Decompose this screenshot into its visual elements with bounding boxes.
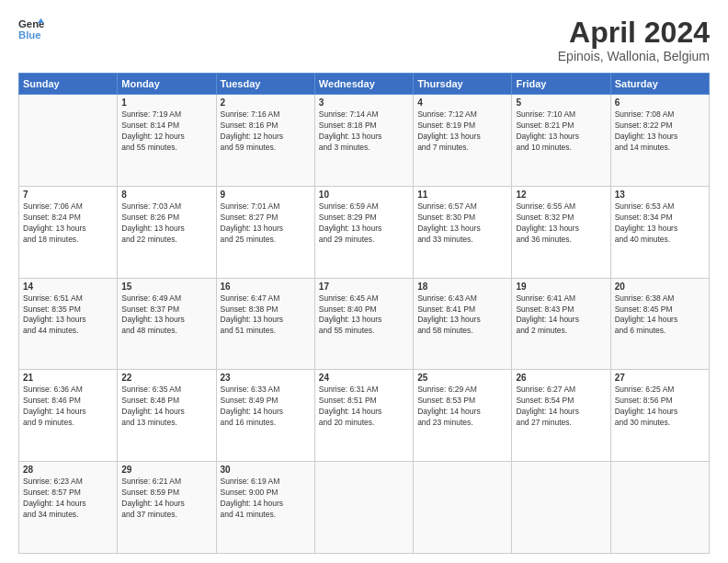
- day-info: Sunrise: 6:51 AM Sunset: 8:35 PM Dayligh…: [23, 293, 113, 338]
- title-block: April 2024 Epinois, Wallonia, Belgium: [558, 17, 710, 63]
- subtitle: Epinois, Wallonia, Belgium: [558, 49, 710, 63]
- table-row: 20Sunrise: 6:38 AM Sunset: 8:45 PM Dayli…: [610, 278, 709, 370]
- table-row: [610, 462, 709, 554]
- table-row: 5Sunrise: 7:10 AM Sunset: 8:21 PM Daylig…: [512, 95, 610, 187]
- col-friday: Friday: [512, 74, 610, 95]
- col-wednesday: Wednesday: [314, 74, 413, 95]
- day-number: 27: [615, 373, 705, 383]
- table-row: 15Sunrise: 6:49 AM Sunset: 8:37 PM Dayli…: [118, 278, 216, 370]
- day-number: 1: [121, 98, 211, 108]
- week-row-2: 7Sunrise: 7:06 AM Sunset: 8:24 PM Daylig…: [19, 186, 710, 278]
- day-number: 15: [121, 282, 211, 292]
- day-info: Sunrise: 6:33 AM Sunset: 8:49 PM Dayligh…: [221, 385, 311, 429]
- day-number: 2: [221, 98, 311, 108]
- col-sunday: Sunday: [19, 74, 118, 95]
- day-number: 19: [516, 282, 606, 292]
- calendar-table: Sunday Monday Tuesday Wednesday Thursday…: [18, 73, 710, 554]
- week-row-1: 1Sunrise: 7:19 AM Sunset: 8:14 PM Daylig…: [19, 95, 710, 187]
- day-number: 29: [121, 465, 211, 475]
- day-info: Sunrise: 6:45 AM Sunset: 8:40 PM Dayligh…: [319, 293, 409, 338]
- logo-icon: General Blue: [18, 17, 44, 42]
- day-number: 5: [516, 98, 606, 108]
- table-row: [314, 462, 413, 554]
- day-number: 17: [319, 282, 409, 292]
- main-title: April 2024: [558, 17, 710, 49]
- table-row: 30Sunrise: 6:19 AM Sunset: 9:00 PM Dayli…: [216, 462, 314, 554]
- day-number: 18: [417, 282, 507, 292]
- table-row: [414, 462, 512, 554]
- day-number: 6: [615, 98, 705, 108]
- svg-text:Blue: Blue: [18, 29, 41, 40]
- day-info: Sunrise: 6:31 AM Sunset: 8:51 PM Dayligh…: [319, 385, 409, 429]
- day-number: 4: [417, 98, 507, 108]
- day-info: Sunrise: 7:12 AM Sunset: 8:19 PM Dayligh…: [417, 109, 507, 154]
- col-saturday: Saturday: [610, 74, 709, 95]
- week-row-3: 14Sunrise: 6:51 AM Sunset: 8:35 PM Dayli…: [19, 278, 710, 370]
- col-thursday: Thursday: [414, 74, 512, 95]
- week-row-4: 21Sunrise: 6:36 AM Sunset: 8:46 PM Dayli…: [19, 370, 710, 462]
- page: General Blue April 2024 Epinois, Walloni…: [0, 0, 728, 563]
- table-row: 12Sunrise: 6:55 AM Sunset: 8:32 PM Dayli…: [512, 186, 610, 278]
- table-row: 26Sunrise: 6:27 AM Sunset: 8:54 PM Dayli…: [512, 370, 610, 462]
- day-info: Sunrise: 6:23 AM Sunset: 8:57 PM Dayligh…: [23, 477, 113, 521]
- day-number: 3: [319, 98, 409, 108]
- day-info: Sunrise: 7:10 AM Sunset: 8:21 PM Dayligh…: [516, 109, 606, 154]
- day-info: Sunrise: 7:14 AM Sunset: 8:18 PM Dayligh…: [319, 109, 409, 154]
- day-number: 8: [121, 190, 211, 200]
- day-number: 30: [221, 465, 311, 475]
- table-row: 6Sunrise: 7:08 AM Sunset: 8:22 PM Daylig…: [610, 95, 709, 187]
- day-number: 25: [417, 373, 507, 383]
- table-row: 27Sunrise: 6:25 AM Sunset: 8:56 PM Dayli…: [610, 370, 709, 462]
- day-number: 14: [23, 282, 113, 292]
- logo: General Blue: [18, 17, 44, 42]
- table-row: 23Sunrise: 6:33 AM Sunset: 8:49 PM Dayli…: [216, 370, 314, 462]
- table-row: 9Sunrise: 7:01 AM Sunset: 8:27 PM Daylig…: [216, 186, 314, 278]
- day-number: 23: [221, 373, 311, 383]
- table-row: 22Sunrise: 6:35 AM Sunset: 8:48 PM Dayli…: [118, 370, 216, 462]
- table-row: 28Sunrise: 6:23 AM Sunset: 8:57 PM Dayli…: [19, 462, 118, 554]
- day-number: 9: [221, 190, 311, 200]
- day-info: Sunrise: 6:36 AM Sunset: 8:46 PM Dayligh…: [23, 385, 113, 429]
- header-row: Sunday Monday Tuesday Wednesday Thursday…: [19, 74, 710, 95]
- day-info: Sunrise: 7:16 AM Sunset: 8:16 PM Dayligh…: [221, 109, 311, 154]
- day-info: Sunrise: 6:57 AM Sunset: 8:30 PM Dayligh…: [417, 201, 507, 246]
- table-row: 8Sunrise: 7:03 AM Sunset: 8:26 PM Daylig…: [118, 186, 216, 278]
- table-row: 1Sunrise: 7:19 AM Sunset: 8:14 PM Daylig…: [118, 95, 216, 187]
- table-row: 13Sunrise: 6:53 AM Sunset: 8:34 PM Dayli…: [610, 186, 709, 278]
- day-number: 13: [615, 190, 705, 200]
- day-info: Sunrise: 6:19 AM Sunset: 9:00 PM Dayligh…: [221, 477, 311, 521]
- day-info: Sunrise: 6:38 AM Sunset: 8:45 PM Dayligh…: [615, 293, 705, 338]
- day-number: 12: [516, 190, 606, 200]
- day-info: Sunrise: 6:25 AM Sunset: 8:56 PM Dayligh…: [615, 385, 705, 429]
- table-row: 14Sunrise: 6:51 AM Sunset: 8:35 PM Dayli…: [19, 278, 118, 370]
- table-row: 29Sunrise: 6:21 AM Sunset: 8:59 PM Dayli…: [118, 462, 216, 554]
- day-info: Sunrise: 6:49 AM Sunset: 8:37 PM Dayligh…: [121, 293, 211, 338]
- col-monday: Monday: [118, 74, 216, 95]
- day-info: Sunrise: 7:01 AM Sunset: 8:27 PM Dayligh…: [221, 201, 311, 246]
- day-info: Sunrise: 6:35 AM Sunset: 8:48 PM Dayligh…: [121, 385, 211, 429]
- day-number: 22: [121, 373, 211, 383]
- day-info: Sunrise: 6:41 AM Sunset: 8:43 PM Dayligh…: [516, 293, 606, 338]
- day-number: 21: [23, 373, 113, 383]
- header: General Blue April 2024 Epinois, Walloni…: [18, 17, 710, 63]
- day-info: Sunrise: 6:59 AM Sunset: 8:29 PM Dayligh…: [319, 201, 409, 246]
- day-number: 28: [23, 465, 113, 475]
- table-row: 21Sunrise: 6:36 AM Sunset: 8:46 PM Dayli…: [19, 370, 118, 462]
- table-row: 17Sunrise: 6:45 AM Sunset: 8:40 PM Dayli…: [314, 278, 413, 370]
- table-row: 19Sunrise: 6:41 AM Sunset: 8:43 PM Dayli…: [512, 278, 610, 370]
- table-row: 18Sunrise: 6:43 AM Sunset: 8:41 PM Dayli…: [414, 278, 512, 370]
- table-row: [19, 95, 118, 187]
- day-info: Sunrise: 6:53 AM Sunset: 8:34 PM Dayligh…: [615, 201, 705, 246]
- day-info: Sunrise: 6:21 AM Sunset: 8:59 PM Dayligh…: [121, 477, 211, 521]
- table-row: 2Sunrise: 7:16 AM Sunset: 8:16 PM Daylig…: [216, 95, 314, 187]
- day-info: Sunrise: 7:03 AM Sunset: 8:26 PM Dayligh…: [121, 201, 211, 246]
- day-info: Sunrise: 6:47 AM Sunset: 8:38 PM Dayligh…: [221, 293, 311, 338]
- table-row: 7Sunrise: 7:06 AM Sunset: 8:24 PM Daylig…: [19, 186, 118, 278]
- table-row: [512, 462, 610, 554]
- day-info: Sunrise: 7:08 AM Sunset: 8:22 PM Dayligh…: [615, 109, 705, 154]
- day-info: Sunrise: 7:06 AM Sunset: 8:24 PM Dayligh…: [23, 201, 113, 246]
- col-tuesday: Tuesday: [216, 74, 314, 95]
- week-row-5: 28Sunrise: 6:23 AM Sunset: 8:57 PM Dayli…: [19, 462, 710, 554]
- day-number: 10: [319, 190, 409, 200]
- day-number: 16: [221, 282, 311, 292]
